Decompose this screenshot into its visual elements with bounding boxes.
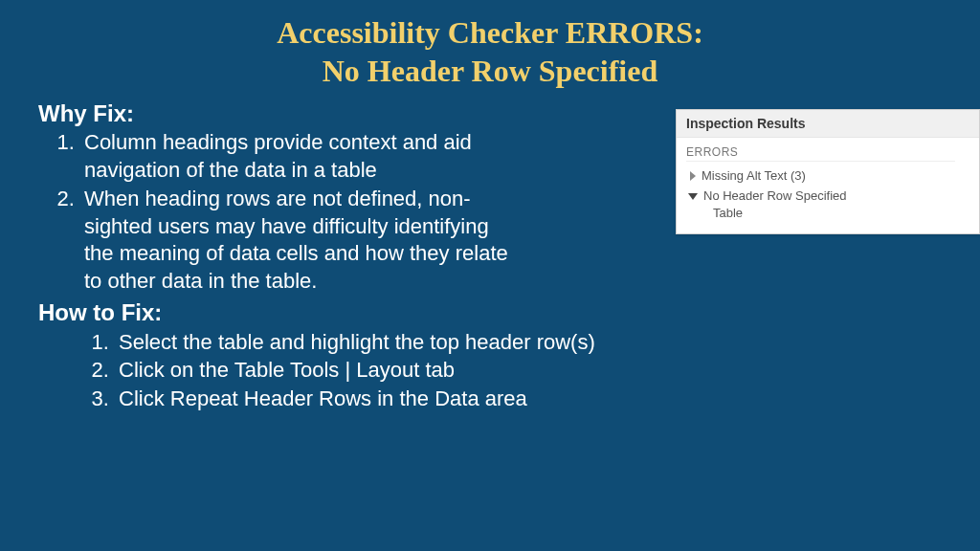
- list-item: Click on the Table Tools | Layout tab: [115, 356, 766, 385]
- how-to-fix-list: Select the table and highlight the top h…: [38, 328, 766, 413]
- list-item: When heading rows are not defined, non-s…: [80, 186, 517, 295]
- error-row-missing-alt-text[interactable]: Missing Alt Text (3): [686, 165, 969, 186]
- chevron-right-icon: [690, 171, 696, 181]
- why-fix-list: Column headings provide context and aid …: [38, 129, 517, 296]
- title-line-1: Accessibility Checker ERRORS:: [277, 15, 703, 50]
- panel-title: Inspection Results: [677, 110, 979, 138]
- list-item: Select the table and highlight the top h…: [115, 328, 766, 357]
- error-label: Missing Alt Text (3): [702, 168, 806, 183]
- why-fix-heading: Why Fix:: [38, 100, 517, 127]
- error-row-no-header-row[interactable]: No Header Row Specified: [686, 186, 969, 206]
- list-item: Column headings provide context and aid …: [80, 129, 517, 184]
- slide-title: Accessibility Checker ERRORS: No Header …: [0, 0, 980, 90]
- list-item: Click Repeat Header Rows in the Data are…: [115, 385, 766, 413]
- error-child-table[interactable]: Table: [686, 206, 969, 220]
- panel-body: ERRORS Missing Alt Text (3) No Header Ro…: [677, 138, 979, 233]
- inspection-results-panel: Inspection Results ERRORS Missing Alt Te…: [676, 109, 980, 234]
- chevron-down-icon: [688, 193, 698, 200]
- panel-section-label: ERRORS: [686, 145, 955, 162]
- how-to-fix-heading: How to Fix:: [38, 299, 766, 326]
- error-label: No Header Row Specified: [703, 188, 847, 203]
- title-line-2: No Header Row Specified: [323, 54, 657, 88]
